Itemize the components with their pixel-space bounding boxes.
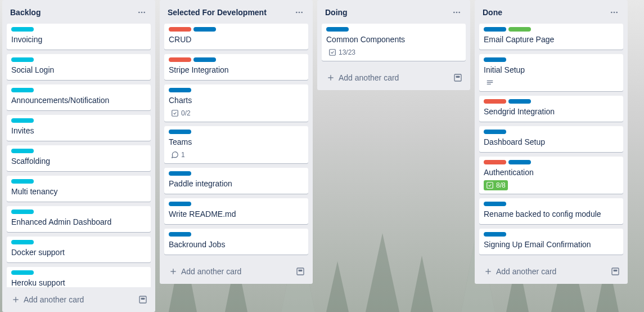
label-sky[interactable] [11,118,34,123]
card-labels [169,171,304,176]
card[interactable]: Social Login [7,54,151,80]
label-blue[interactable] [484,232,506,237]
label-blue[interactable] [169,130,191,134]
card[interactable]: Common Components13/23 [322,24,466,61]
label-sky[interactable] [11,270,34,275]
label-blue[interactable] [508,160,531,164]
svg-point-5 [296,12,298,14]
svg-rect-22 [487,84,491,84]
card[interactable]: Invites [7,115,151,141]
card[interactable]: Initial Setup [479,54,623,91]
list-menu-button[interactable] [605,6,623,19]
label-sky[interactable] [11,88,34,92]
label-sky[interactable] [11,27,34,32]
card[interactable]: Teams1 [164,126,308,163]
comments-badge-text: 1 [181,151,185,159]
card[interactable]: CRUD [164,24,308,50]
card[interactable]: Invoicing [7,24,151,50]
label-red[interactable] [169,27,191,32]
card[interactable]: Signing Up Email Confirmation [479,229,623,255]
label-red[interactable] [169,57,191,62]
ellipsis-icon [295,8,304,17]
card-title: Backround Jobs [169,239,304,250]
label-sky[interactable] [11,57,34,62]
create-from-template-button[interactable] [292,264,308,279]
card[interactable]: Charts0/2 [164,84,308,122]
card[interactable]: Heroku support [7,267,151,287]
card[interactable]: Announcements/Notification [7,84,151,110]
svg-point-6 [299,12,300,14]
card[interactable]: Authentication8/8 [479,157,623,194]
label-red[interactable] [484,99,506,104]
create-from-template-button[interactable] [135,292,151,307]
card[interactable]: Rename backed to config module [479,198,623,224]
description-icon [486,79,494,87]
label-green[interactable] [508,27,531,32]
list-header: Done [475,0,628,24]
label-blue[interactable] [193,57,216,62]
label-sky[interactable] [11,149,34,153]
svg-rect-4 [141,298,145,300]
card[interactable]: Docker support [7,237,151,262]
template-icon [453,73,462,82]
card-badges [484,78,619,88]
add-card-label: Add another card [181,267,241,276]
card[interactable]: Stripe Integration [164,54,308,80]
svg-point-19 [616,12,618,14]
label-blue[interactable] [169,202,191,206]
label-red[interactable] [484,160,506,164]
card[interactable]: Write README.md [164,198,308,224]
card[interactable]: Scaffolding [7,145,151,171]
comments-badge: 1 [169,150,187,160]
plus-icon [11,295,20,304]
label-blue[interactable] [484,130,506,134]
card[interactable]: Enhanced Admin Dashboard [7,206,151,232]
list-footer: Add another card [160,259,313,284]
plus-icon [326,73,335,82]
create-from-template-button[interactable] [607,264,623,279]
add-card-label: Add another card [24,295,84,304]
card[interactable]: Sendgrid Integration [479,96,623,122]
list-title[interactable]: Doing [325,8,348,17]
add-card-button[interactable]: Add another card [7,292,135,307]
card[interactable]: Dashboard Setup [479,126,623,152]
card-title: Stripe Integration [169,64,304,75]
label-blue[interactable] [193,27,216,32]
card[interactable]: Multi tenancy [7,176,151,202]
card-labels [169,130,304,134]
card-labels [484,160,619,164]
label-blue[interactable] [169,88,191,92]
label-blue[interactable] [484,202,506,206]
label-sky[interactable] [11,240,34,244]
card-title: Social Login [11,64,146,75]
card-title: Dashboard Setup [484,136,619,148]
label-blue[interactable] [169,232,191,237]
svg-point-0 [138,12,140,14]
list-title[interactable]: Done [483,8,502,17]
card-labels [11,179,146,184]
list-title[interactable]: Backlog [10,8,40,17]
card-title: Initial Setup [484,64,619,75]
card-title: Email Capture Page [484,34,619,45]
label-sky[interactable] [11,210,34,214]
create-from-template-button[interactable] [450,70,466,86]
list-menu-button[interactable] [290,6,308,19]
label-blue[interactable] [484,27,506,32]
list-title[interactable]: Selected For Development [168,8,267,17]
label-blue[interactable] [326,27,349,32]
list-menu-button[interactable] [133,6,151,19]
list-menu-button[interactable] [448,6,466,19]
card-labels [484,130,619,134]
card[interactable]: Backround Jobs [164,229,308,255]
add-card-button[interactable]: Add another card [322,70,450,86]
add-card-button[interactable]: Add another card [164,264,292,279]
label-sky[interactable] [11,179,34,184]
card[interactable]: Email Capture Page [479,24,623,50]
label-blue[interactable] [169,171,191,176]
add-card-button[interactable]: Add another card [479,264,607,279]
label-blue[interactable] [508,99,531,104]
list-header: Backlog [2,0,155,24]
label-blue[interactable] [484,57,506,62]
ellipsis-icon [452,8,461,17]
card[interactable]: Paddle integration [164,168,308,194]
